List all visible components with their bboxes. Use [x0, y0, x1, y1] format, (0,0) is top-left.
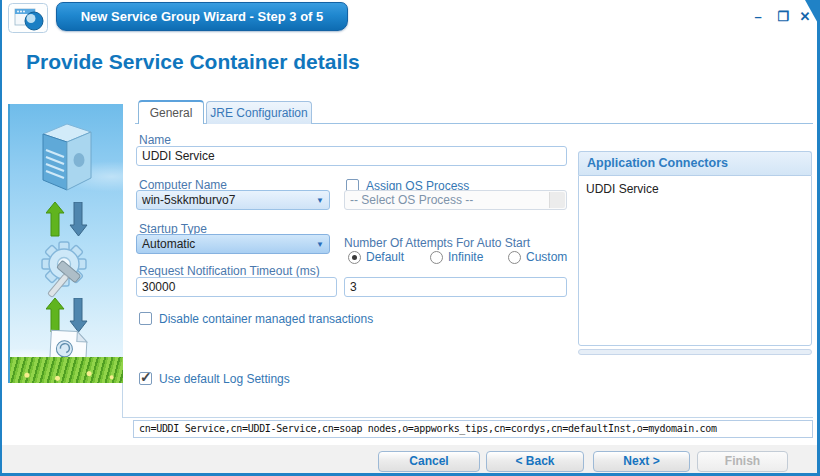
app-icon	[8, 3, 48, 33]
tab-jre-configuration[interactable]: JRE Configuration	[206, 101, 312, 124]
wizard-window: New Service Group Wizard - Step 3 of 5 –…	[0, 0, 820, 476]
application-connectors-header: Application Connectors	[578, 151, 812, 175]
application-connectors-list: UDDI Service	[578, 175, 812, 346]
chevron-down-icon: ▼	[316, 236, 324, 253]
os-process-select: -- Select OS Process --	[344, 190, 567, 210]
timeout-input[interactable]	[136, 277, 337, 297]
sync-arrows-icon	[46, 202, 88, 238]
window-title: New Service Group Wizard - Step 3 of 5	[56, 2, 348, 31]
timeout-label: Request Notification Timeout (ms)	[139, 264, 320, 278]
dn-path-field: cn=UDDI Service,cn=UDDI-Service,cn=soap …	[133, 420, 813, 438]
dropdown-button-disabled	[549, 192, 565, 208]
attempts-radio-default[interactable]	[348, 251, 361, 264]
wizard-illustration	[8, 104, 123, 383]
computer-name-select[interactable]: win-5skkmburvo7 ▼	[136, 190, 330, 210]
startup-type-value: Automatic	[142, 237, 195, 251]
content-divider	[122, 383, 123, 417]
horizontal-scrollbar[interactable]	[578, 349, 812, 355]
window-border-left	[0, 0, 2, 476]
name-input[interactable]	[136, 146, 567, 166]
startup-type-select[interactable]: Automatic ▼	[136, 234, 330, 254]
connector-list-item[interactable]: UDDI Service	[579, 176, 811, 198]
chevron-down-icon: ▼	[316, 192, 324, 209]
cancel-button[interactable]: Cancel	[378, 451, 480, 472]
next-button[interactable]: Next >	[593, 451, 690, 472]
attempts-radio-default-label: Default	[366, 250, 404, 264]
name-label: Name	[139, 133, 171, 147]
attempts-count-input[interactable]	[344, 277, 567, 297]
page-title: Provide Service Container details	[26, 50, 360, 74]
content-divider	[122, 417, 813, 418]
tab-general[interactable]: General	[138, 100, 204, 124]
minimize-button[interactable]: –	[749, 8, 767, 26]
check-icon: ✓	[140, 369, 152, 385]
configure-gear-icon	[32, 238, 102, 300]
tab-jre-configuration-label: JRE Configuration	[210, 106, 307, 120]
use-default-log-checkbox[interactable]: ✓	[139, 372, 152, 385]
os-process-placeholder: -- Select OS Process --	[350, 193, 473, 207]
attempts-radio-custom-label: Custom	[526, 250, 567, 264]
grass-decoration	[10, 357, 123, 383]
computer-name-value: win-5skkmburvo7	[142, 193, 235, 207]
attempts-label: Number Of Attempts For Auto Start	[344, 236, 530, 250]
back-button[interactable]: < Back	[486, 451, 584, 472]
attempts-radio-custom[interactable]	[508, 251, 521, 264]
finish-button[interactable]: Finish	[697, 451, 788, 472]
tab-general-label: General	[150, 106, 193, 120]
disable-transactions-label: Disable container managed transactions	[159, 312, 373, 326]
server-icon	[35, 118, 99, 194]
attempts-radio-infinite-label: Infinite	[448, 250, 483, 264]
maximize-button[interactable]: ❐	[774, 8, 792, 26]
disable-transactions-checkbox[interactable]: ✓	[139, 312, 152, 325]
use-default-log-label: Use default Log Settings	[159, 372, 290, 386]
attempts-radio-infinite[interactable]	[430, 251, 443, 264]
